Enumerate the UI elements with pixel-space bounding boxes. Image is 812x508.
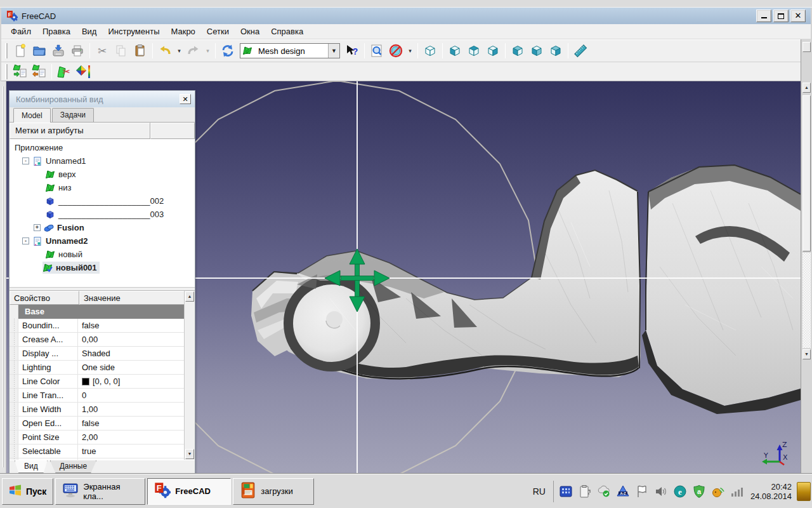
property-row[interactable]: Open Ed...false	[10, 417, 184, 431]
property-row[interactable]: Shape C...[204, 204, 204]	[10, 458, 184, 460]
redo-button[interactable]	[184, 41, 203, 60]
tree-item-unnamed1[interactable]: - Unnamed1	[10, 154, 195, 168]
tree-item-application[interactable]: Приложение	[10, 141, 195, 154]
property-row[interactable]: LightingOne side	[10, 361, 184, 375]
undo-button[interactable]	[155, 41, 174, 60]
mesh-curvature-button[interactable]	[74, 62, 93, 81]
undo-dropdown-button[interactable]: ▾	[174, 41, 184, 60]
view-rear-button[interactable]	[508, 41, 527, 60]
tab-view[interactable]: Вид	[15, 460, 48, 473]
mesh-import-button[interactable]	[11, 62, 30, 81]
measure-distance-button[interactable]	[571, 41, 590, 60]
view-top-button[interactable]	[464, 41, 483, 60]
tree-item-verh[interactable]: верх	[10, 168, 195, 181]
mesh-trim-button[interactable]: ✂	[55, 62, 74, 81]
scroll-up-button[interactable]: ▲	[802, 83, 811, 93]
panel-close-button[interactable]: ✕	[180, 94, 191, 104]
property-row[interactable]: Selectabletrue	[10, 444, 184, 458]
viewport-scrollbar[interactable]: ▲ ▼	[801, 39, 812, 474]
menu-file[interactable]: Файл	[5, 25, 37, 38]
task-freecad[interactable]: F FreeCAD	[147, 478, 231, 505]
flag-icon[interactable]	[635, 485, 649, 498]
scroll-up-button[interactable]: ▲	[185, 291, 194, 302]
property-row[interactable]: Line Color[0, 0, 0]	[10, 375, 184, 389]
view-right-button[interactable]	[483, 41, 502, 60]
fit-all-button[interactable]	[367, 41, 386, 60]
language-indicator[interactable]: RU	[525, 481, 554, 502]
cloud-sync-icon[interactable]	[597, 485, 611, 498]
tab-tasks[interactable]: Задачи	[52, 108, 94, 122]
adguard-icon[interactable]: a	[692, 485, 706, 498]
scroll-down-button[interactable]: ▼	[185, 449, 194, 459]
menu-windows[interactable]: Окна	[235, 25, 265, 38]
toolbar-grip[interactable]	[5, 43, 8, 58]
toolbar-grip[interactable]	[5, 64, 8, 79]
tree-item-novyj[interactable]: новый	[10, 248, 195, 261]
minimize-button[interactable]	[756, 10, 771, 22]
scroll-down-button[interactable]: ▼	[802, 349, 811, 359]
window-titlebar[interactable]: F FreeCAD ✕	[1, 8, 811, 24]
tree-collapse-icon[interactable]: -	[22, 237, 29, 244]
tree-item-niz[interactable]: низ	[10, 181, 195, 194]
menu-tools[interactable]: Инструменты	[102, 25, 165, 38]
maximize-button[interactable]	[773, 10, 789, 22]
calendar-app-icon[interactable]	[559, 485, 573, 498]
tree-item-fusion[interactable]: + Fusion	[10, 221, 195, 234]
network-share-icon[interactable]	[711, 485, 725, 498]
save-button[interactable]	[49, 41, 68, 60]
tree-item-002[interactable]: ____________________002	[10, 194, 195, 208]
scrollbar-thumb[interactable]	[802, 95, 811, 251]
draw-style-button[interactable]	[386, 41, 405, 60]
dictionary-az-icon[interactable]: A-Z	[616, 485, 630, 498]
menu-help[interactable]: Справка	[265, 25, 309, 38]
redo-dropdown-button[interactable]: ▾	[203, 41, 213, 60]
view-left-button[interactable]	[546, 41, 565, 60]
view-bottom-button[interactable]	[527, 41, 546, 60]
scrollbar-track[interactable]	[802, 253, 811, 348]
tab-model[interactable]: Model	[13, 108, 51, 123]
paste-button[interactable]	[131, 41, 150, 60]
property-row[interactable]: Line Tran...0	[10, 389, 184, 403]
tray-overflow-icon[interactable]	[797, 482, 811, 501]
tree-item-unnamed2[interactable]: - Unnamed2	[10, 234, 195, 248]
property-row[interactable]: Boundin...false	[10, 319, 184, 333]
open-file-button[interactable]	[30, 41, 49, 60]
menu-view[interactable]: Вид	[76, 25, 103, 38]
menu-macro[interactable]: Макро	[165, 25, 200, 38]
whats-this-button[interactable]: ?	[343, 41, 362, 60]
cut-button[interactable]: ✂	[93, 41, 112, 60]
signal-strength-icon[interactable]	[730, 485, 744, 498]
draw-style-dropdown-button[interactable]: ▾	[405, 41, 415, 60]
start-button[interactable]: Пуск	[2, 478, 53, 505]
refresh-button[interactable]	[218, 41, 237, 60]
tree-collapse-icon[interactable]: -	[22, 157, 29, 164]
tree-item-novyj001[interactable]: новый001	[10, 261, 195, 274]
task-downloads[interactable]: загрузки	[233, 478, 314, 505]
tree-header-label[interactable]: Метки и атрибуты	[10, 123, 150, 139]
view-axonometric-button[interactable]	[421, 41, 440, 60]
print-button[interactable]	[68, 41, 87, 60]
new-file-button[interactable]	[11, 41, 30, 60]
tree-item-003[interactable]: ____________________003	[10, 208, 195, 221]
workbench-dropdown-button[interactable]: ▼	[328, 44, 339, 58]
workbench-selector[interactable]: Mesh design ▼	[240, 43, 340, 58]
property-column-header[interactable]: Свойство	[10, 291, 79, 305]
bone-mesh-model[interactable]	[251, 165, 801, 414]
copy-button[interactable]	[112, 41, 131, 60]
taskbar-clock[interactable]: 20:42 24.08.2014	[750, 482, 792, 501]
tree-expand-icon[interactable]: +	[34, 224, 41, 231]
clipboard-icon[interactable]	[578, 485, 592, 498]
property-scrollbar[interactable]: ▲ ▼	[184, 291, 195, 460]
close-button[interactable]: ✕	[790, 10, 806, 22]
mesh-export-button[interactable]	[30, 62, 49, 81]
scrollbar-segment[interactable]	[802, 42, 811, 52]
property-row[interactable]: Display ...Shaded	[10, 347, 184, 361]
property-row[interactable]: Line Width1,00	[10, 403, 184, 417]
volume-icon[interactable]	[654, 485, 668, 498]
eset-icon[interactable]: e	[673, 485, 687, 498]
property-row[interactable]: Point Size2,00	[10, 431, 184, 444]
value-column-header[interactable]: Значение	[79, 291, 195, 305]
menu-edit[interactable]: Правка	[37, 25, 76, 38]
menu-meshes[interactable]: Сетки	[201, 25, 235, 38]
task-onscreen-keyboard[interactable]: Экранная кла...	[55, 478, 145, 505]
